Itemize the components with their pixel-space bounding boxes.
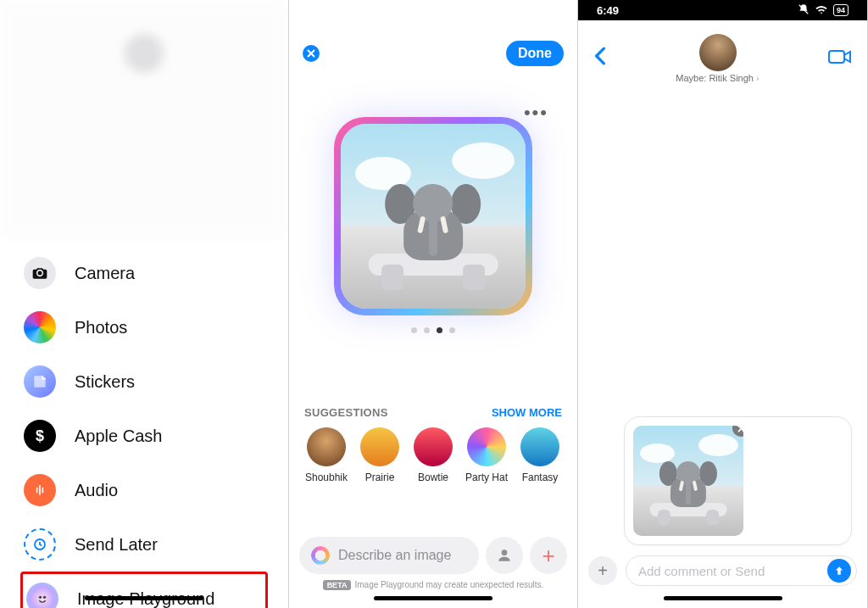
messages-conversation-screen: 6:49 94 Maybe: Ritik Singh › — [578, 0, 868, 608]
wifi-icon — [815, 3, 828, 19]
contact-name: Maybe: Ritik Singh › — [676, 73, 759, 83]
silent-icon — [798, 3, 810, 18]
menu-label: Camera — [75, 264, 135, 283]
person-picker-button[interactable] — [486, 537, 523, 574]
contact-avatar — [699, 34, 737, 71]
apps-plus-button[interactable]: + — [588, 556, 617, 585]
describe-placeholder: Describe an image — [338, 548, 451, 563]
conversation-scroll-area[interactable] — [578, 86, 867, 443]
suggestion-party-hat[interactable]: Party Hat — [461, 427, 512, 483]
menu-label: Photos — [75, 318, 127, 337]
message-compose-row: + Add comment or Send — [588, 555, 857, 586]
done-button[interactable]: Done — [506, 41, 564, 66]
suggestion-thumb — [520, 427, 559, 466]
app-drawer-menu: Camera Photos Stickers $ Apple Cash Audi… — [0, 246, 288, 608]
contact-info[interactable]: Maybe: Ritik Singh › — [607, 34, 828, 83]
show-more-button[interactable]: SHOW MORE — [492, 406, 562, 419]
suggestion-thumb — [307, 427, 346, 466]
playground-header: Done — [289, 0, 577, 66]
suggestion-fantasy[interactable]: Fantasy — [515, 427, 565, 483]
describe-compose-row: Describe an image + — [299, 537, 567, 574]
home-indicator[interactable] — [664, 596, 782, 600]
menu-label: Stickers — [75, 372, 135, 392]
image-playground-screen: Done ••• — [289, 0, 578, 608]
suggestion-bowtie[interactable]: Bowtie — [408, 427, 459, 483]
suggestion-label: Fantasy — [522, 471, 559, 483]
disclaimer-text: BETAImage Playground may create unexpect… — [289, 580, 577, 589]
menu-item-image-playground[interactable]: Image Playground — [20, 572, 268, 608]
menu-item-photos[interactable]: Photos — [20, 300, 268, 354]
svg-rect-5 — [829, 51, 844, 63]
contact-avatar-blurred — [125, 34, 164, 73]
camera-icon — [24, 257, 56, 289]
suggestion-shoubhik[interactable]: Shoubhik — [301, 427, 352, 483]
add-element-button[interactable]: + — [530, 537, 567, 574]
staged-attachment-bubble — [624, 416, 852, 545]
menu-item-apple-cash[interactable]: $ Apple Cash — [20, 409, 268, 463]
menu-item-audio[interactable]: Audio — [20, 463, 268, 517]
generated-image-carousel: ••• — [289, 117, 577, 333]
messages-app-drawer-screen: Camera Photos Stickers $ Apple Cash Audi… — [0, 0, 289, 608]
conversation-header: Maybe: Ritik Singh › — [578, 20, 867, 86]
menu-label: Send Later — [75, 535, 158, 555]
status-bar: 6:49 94 — [578, 0, 867, 20]
svg-point-3 — [502, 549, 508, 555]
more-options-button[interactable]: ••• — [524, 102, 548, 124]
home-indicator[interactable] — [374, 596, 492, 600]
suggestion-label: Bowtie — [418, 471, 448, 483]
generated-image — [341, 124, 526, 309]
home-indicator[interactable] — [85, 596, 203, 600]
carousel-pager[interactable] — [411, 327, 455, 333]
suggestions-header: SUGGESTIONS SHOW MORE — [289, 406, 577, 419]
close-button[interactable] — [303, 45, 320, 62]
send-button[interactable] — [827, 559, 851, 583]
clock-icon — [24, 528, 56, 561]
status-time: 6:49 — [597, 4, 619, 17]
suggestion-thumb — [414, 427, 453, 466]
svg-point-2 — [43, 596, 46, 599]
menu-label: Apple Cash — [75, 427, 162, 446]
suggestion-label: Party Hat — [465, 471, 508, 483]
svg-point-1 — [39, 596, 42, 599]
suggestion-label: Shoubhik — [305, 471, 348, 483]
describe-input[interactable]: Describe an image — [299, 537, 479, 574]
intelligence-icon — [311, 546, 330, 565]
back-button[interactable] — [593, 47, 607, 70]
suggestions-row: Shoubhik Prairie Bowtie Party Hat Fantas… — [289, 419, 577, 483]
menu-item-send-later[interactable]: Send Later — [20, 517, 268, 572]
battery-indicator: 94 — [833, 4, 849, 16]
generated-image-frame[interactable] — [334, 117, 532, 315]
suggestion-prairie[interactable]: Prairie — [354, 427, 405, 483]
stickers-icon — [24, 365, 56, 398]
menu-item-stickers[interactable]: Stickers — [20, 354, 268, 409]
status-icons: 94 — [798, 3, 849, 19]
suggestion-thumb — [467, 427, 506, 466]
attachment-thumbnail[interactable] — [633, 426, 743, 536]
playground-icon — [26, 583, 58, 608]
menu-item-camera[interactable]: Camera — [20, 246, 268, 300]
message-input[interactable]: Add comment or Send — [626, 555, 857, 586]
beta-badge: BETA — [323, 580, 352, 590]
audio-icon — [24, 474, 56, 506]
blurred-conversation-background — [0, 0, 288, 237]
suggestions-label: SUGGESTIONS — [304, 406, 388, 419]
message-placeholder: Add comment or Send — [638, 564, 765, 578]
suggestion-thumb — [360, 427, 399, 466]
suggestion-label: Prairie — [365, 471, 395, 483]
photos-icon — [24, 311, 56, 343]
menu-label: Audio — [75, 481, 118, 500]
facetime-button[interactable] — [828, 48, 852, 69]
cash-icon: $ — [24, 420, 56, 452]
